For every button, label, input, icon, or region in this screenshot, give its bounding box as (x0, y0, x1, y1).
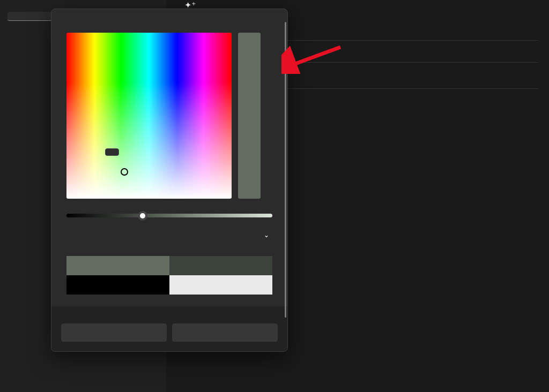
preview-label (51, 243, 287, 256)
chevron-down-icon: ⌄ (264, 231, 269, 239)
done-button[interactable] (61, 323, 167, 342)
value-slider[interactable] (66, 214, 272, 217)
preview-tile-light (169, 275, 272, 295)
dialog-scrollbar[interactable] (285, 22, 286, 318)
color-picker-dialog: ⌄ (51, 9, 288, 352)
color-sample (238, 33, 261, 199)
color-saturation-panel[interactable] (66, 33, 232, 199)
color-cursor[interactable] (121, 168, 128, 176)
preview-tile-dark (66, 275, 169, 295)
cancel-button[interactable] (172, 323, 278, 342)
preview-grid (66, 256, 272, 295)
preview-tile-dim (169, 256, 272, 275)
more-toggle[interactable]: ⌄ (51, 217, 287, 243)
color-tooltip (105, 148, 119, 156)
preview-tile-accent (66, 256, 169, 275)
value-slider-thumb[interactable] (138, 211, 147, 221)
dialog-title (51, 9, 287, 33)
